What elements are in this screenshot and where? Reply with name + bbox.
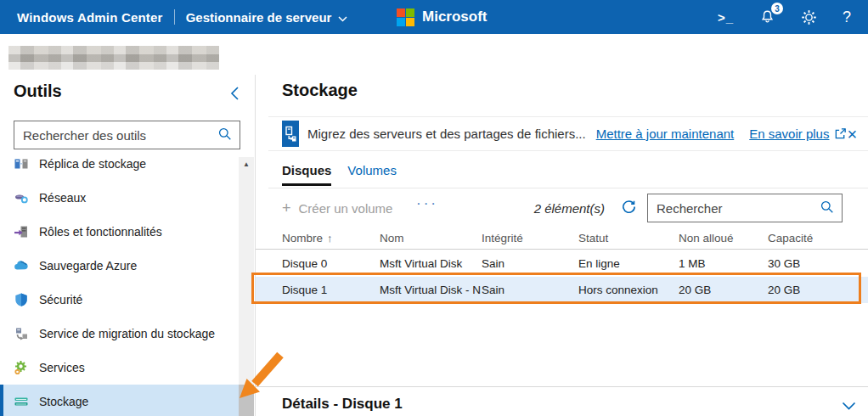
grid-search-box bbox=[647, 194, 843, 222]
column-header-integrite[interactable]: Intégrité bbox=[482, 232, 578, 245]
sidebar-item-networks[interactable]: Réseaux bbox=[0, 181, 239, 215]
tab-disques[interactable]: Disques bbox=[282, 163, 331, 186]
sidebar-item-label: Réplica de stockage bbox=[39, 157, 146, 171]
sidebar-item-label: Rôles et fonctionnalités bbox=[39, 225, 162, 239]
microsoft-logo-icon bbox=[397, 8, 414, 26]
sidebar-item-label: Service de migration du stockage bbox=[39, 327, 215, 340]
details-divider bbox=[256, 386, 868, 387]
sidebar-item-label: Réseaux bbox=[39, 191, 86, 205]
powershell-console-icon[interactable]: >_ bbox=[718, 10, 734, 25]
tab-volumes[interactable]: Volumes bbox=[347, 163, 397, 186]
details-heading: Détails - Disque 1 bbox=[282, 396, 403, 413]
column-header-nom[interactable]: Nom bbox=[380, 232, 482, 245]
settings-gear-icon[interactable] bbox=[801, 9, 817, 25]
more-actions-icon[interactable]: ··· bbox=[416, 195, 438, 212]
plus-icon: + bbox=[282, 200, 291, 216]
title-separator bbox=[174, 9, 175, 25]
security-shield-icon bbox=[14, 292, 29, 307]
sort-ascending-icon: ↑ bbox=[327, 232, 333, 245]
create-volume-button[interactable]: + Créer un volume bbox=[282, 200, 392, 216]
app-title[interactable]: Windows Admin Center bbox=[17, 10, 163, 25]
table-row-disque-1-selected[interactable]: Disque 1 Msft Virtual Disk - N Sain Hors… bbox=[256, 277, 868, 303]
items-count: 2 élément(s) bbox=[534, 201, 605, 216]
disk-table-header: Nombre ↑ Nom Intégrité Statut Non alloué… bbox=[256, 228, 868, 250]
table-row-disque-0[interactable]: Disque 0 Msft Virtual Disk Sain En ligne… bbox=[256, 250, 868, 277]
tabs-divider bbox=[268, 188, 868, 188]
tools-search-box bbox=[14, 121, 240, 149]
context-title: Gestionnaire de serveur bbox=[186, 10, 332, 25]
microsoft-brand[interactable]: Microsoft bbox=[397, 0, 488, 34]
sidebar-collapse-icon[interactable] bbox=[229, 86, 240, 104]
sidebar-item-label: Sécurité bbox=[39, 293, 82, 306]
column-header-capacite[interactable]: Capacité bbox=[768, 232, 868, 245]
storage-replica-icon bbox=[14, 156, 29, 171]
migration-banner: Migrez des serveurs et des partages de f… bbox=[268, 116, 868, 151]
storage-disks-icon bbox=[14, 394, 29, 409]
top-bar: Windows Admin Center Gestionnaire de ser… bbox=[0, 0, 868, 34]
sidebar-item-storage[interactable]: Stockage bbox=[0, 385, 239, 416]
column-header-non-alloue[interactable]: Non alloué bbox=[679, 232, 768, 245]
page-title: Stockage bbox=[282, 81, 358, 100]
column-header-statut[interactable]: Statut bbox=[578, 232, 679, 245]
scrollbar-thumb[interactable] bbox=[239, 385, 254, 416]
networks-icon bbox=[14, 190, 29, 205]
server-manager-menu[interactable]: Gestionnaire de serveur bbox=[186, 10, 348, 25]
sidebar-item-security[interactable]: Sécurité bbox=[0, 283, 239, 317]
storage-migration-icon bbox=[14, 326, 29, 341]
sidebar-item-roles-features[interactable]: Rôles et fonctionnalités bbox=[0, 215, 239, 249]
refresh-icon[interactable] bbox=[621, 199, 637, 218]
sidebar-item-azure-backup[interactable]: Sauvegarde Azure bbox=[0, 249, 239, 283]
sidebar-scrollbar[interactable]: ▲ bbox=[239, 157, 254, 416]
sidebar-item-storage-replica[interactable]: Réplica de stockage bbox=[0, 147, 239, 181]
column-header-nombre[interactable]: Nombre ↑ bbox=[282, 232, 380, 245]
scrollbar-up-icon[interactable]: ▲ bbox=[239, 160, 254, 168]
details-expand-chevron-icon[interactable] bbox=[842, 399, 856, 414]
windows-admin-center-window: Windows Admin Center Gestionnaire de ser… bbox=[0, 0, 868, 416]
learn-more-link[interactable]: En savoir plus bbox=[749, 126, 829, 141]
search-icon[interactable] bbox=[820, 200, 834, 217]
notification-count-badge: 3 bbox=[771, 3, 783, 14]
sidebar-item-label: Services bbox=[39, 361, 85, 374]
create-volume-label: Créer un volume bbox=[299, 201, 393, 216]
migration-banner-icon bbox=[282, 121, 299, 147]
microsoft-wordmark: Microsoft bbox=[422, 8, 488, 25]
help-icon[interactable]: ? bbox=[843, 8, 851, 26]
tools-heading: Outils bbox=[14, 82, 62, 101]
sidebar-item-label: Sauvegarde Azure bbox=[39, 259, 137, 273]
external-link-icon[interactable] bbox=[834, 127, 847, 140]
notifications-bell-icon[interactable]: 3 bbox=[759, 8, 775, 25]
tools-search-input[interactable] bbox=[23, 128, 217, 143]
roles-features-icon bbox=[14, 224, 29, 239]
redacted-server-name bbox=[8, 46, 219, 70]
grid-search-input[interactable] bbox=[657, 201, 820, 216]
sidebar-item-services[interactable]: Services bbox=[0, 351, 239, 385]
banner-close-icon[interactable]: × bbox=[847, 126, 857, 143]
tools-list: Réplica de stockage Réseaux Rôles et fon… bbox=[0, 147, 239, 416]
sidebar-item-storage-migration[interactable]: Service de migration du stockage bbox=[0, 317, 239, 351]
services-gear-icon bbox=[14, 360, 29, 375]
sidebar-item-label: Stockage bbox=[39, 395, 88, 408]
update-now-link[interactable]: Mettre à jour maintenant bbox=[596, 126, 735, 141]
search-icon[interactable] bbox=[217, 126, 232, 144]
tools-sidebar: Outils Réplica de stockage bbox=[0, 34, 255, 416]
chevron-down-icon bbox=[338, 10, 347, 25]
storage-tabs: Disques Volumes bbox=[282, 163, 397, 186]
azure-backup-icon bbox=[14, 258, 29, 273]
banner-message: Migrez des serveurs et des partages de f… bbox=[307, 126, 586, 141]
storage-main-panel: Stockage Migrez des serveurs et des part… bbox=[256, 34, 868, 416]
